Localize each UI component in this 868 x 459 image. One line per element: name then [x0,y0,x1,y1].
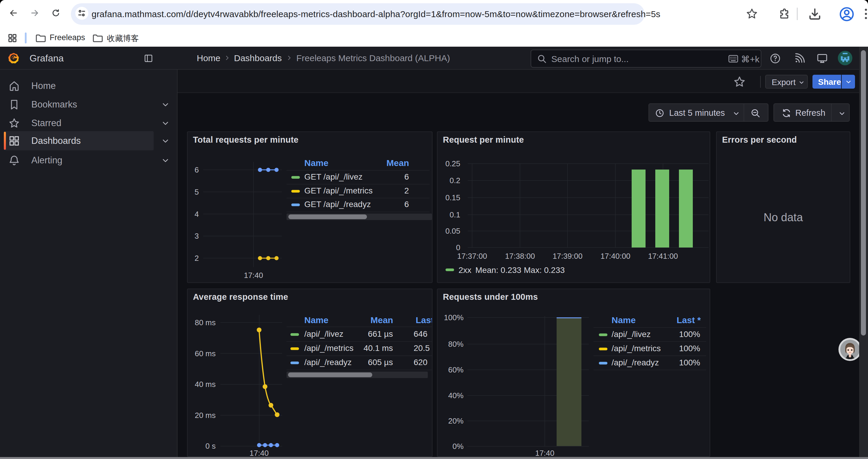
svg-text:0%: 0% [452,442,464,451]
svg-text:0.2: 0.2 [450,176,460,185]
svg-text:17:40:00: 17:40:00 [600,252,630,261]
svg-text:Max: 0.233: Max: 0.233 [524,266,565,275]
svg-text:80%: 80% [448,340,464,349]
svg-text:5: 5 [195,188,199,196]
svg-text:20%: 20% [448,417,464,425]
svg-text:17:40: 17:40 [244,271,263,280]
svg-text:40 ms: 40 ms [195,380,216,389]
svg-text:80 ms: 80 ms [195,318,216,327]
svg-text:0.25: 0.25 [445,159,460,168]
svg-text:20 ms: 20 ms [195,411,216,420]
svg-text:4: 4 [195,210,199,219]
svg-text:0.05: 0.05 [445,227,460,235]
svg-text:60%: 60% [448,365,464,374]
svg-text:40%: 40% [448,391,464,400]
svg-text:2xx: 2xx [459,266,471,275]
svg-text:100%: 100% [444,313,464,322]
svg-text:17:41:00: 17:41:00 [648,252,678,261]
svg-text:6: 6 [195,165,199,174]
svg-text:Mean: 0.233: Mean: 0.233 [475,266,522,275]
svg-text:17:37:00: 17:37:00 [457,252,487,261]
svg-text:17:40: 17:40 [535,449,554,456]
svg-text:17:38:00: 17:38:00 [505,252,535,261]
svg-text:60 ms: 60 ms [195,349,216,358]
svg-text:0 s: 0 s [205,441,216,451]
svg-text:17:39:00: 17:39:00 [553,252,582,261]
svg-text:0.15: 0.15 [445,193,460,202]
svg-text:3: 3 [195,232,199,240]
svg-text:2: 2 [195,254,199,263]
svg-text:0: 0 [456,243,460,252]
svg-text:0.1: 0.1 [450,210,460,219]
svg-text:17:40: 17:40 [249,449,269,456]
